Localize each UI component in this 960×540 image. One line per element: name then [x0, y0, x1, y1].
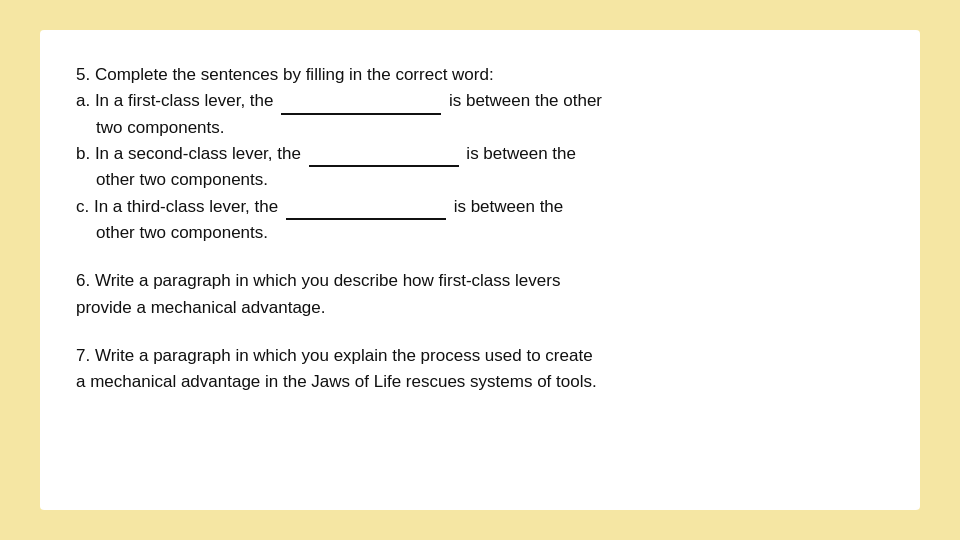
section-6: 6. Write a paragraph in which you descri… — [76, 268, 884, 321]
section-5c-cont: other two components. — [96, 220, 884, 246]
content-card: 5. Complete the sentences by filling in … — [40, 30, 920, 510]
blank-5b — [309, 165, 459, 167]
section-5b-cont: other two components. — [96, 167, 884, 193]
blank-5c — [286, 218, 446, 220]
section-5: 5. Complete the sentences by filling in … — [76, 62, 884, 246]
section-5b: b. In a second-class lever, the is betwe… — [76, 141, 884, 194]
section-7-text: 7. Write a paragraph in which you explai… — [76, 343, 884, 369]
section-7: 7. Write a paragraph in which you explai… — [76, 343, 884, 396]
blank-5a — [281, 113, 441, 115]
section-6-cont: provide a mechanical advantage. — [76, 295, 884, 321]
main-content: 5. Complete the sentences by filling in … — [76, 62, 884, 396]
section-5a: a. In a first-class lever, the is betwee… — [76, 88, 884, 141]
section-5a-cont: two components. — [96, 115, 884, 141]
section-5c: c. In a third-class lever, the is betwee… — [76, 194, 884, 247]
section-6-text: 6. Write a paragraph in which you descri… — [76, 268, 884, 294]
section-7-cont: a mechanical advantage in the Jaws of Li… — [76, 369, 884, 395]
section-5-header: 5. Complete the sentences by filling in … — [76, 62, 884, 88]
